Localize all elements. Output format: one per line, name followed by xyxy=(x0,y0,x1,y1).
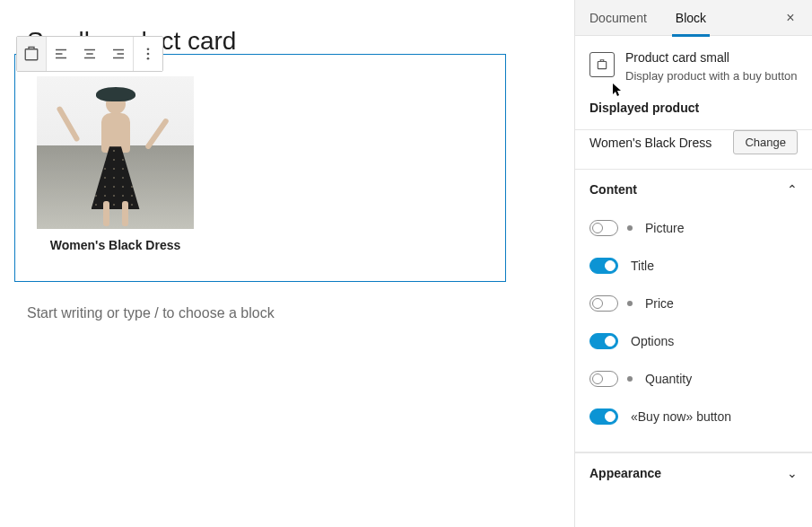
content-section-body: PictureTitlePriceOptionsQuantity«Buy now… xyxy=(575,209,812,452)
align-center-button[interactable] xyxy=(75,37,104,71)
svg-point-12 xyxy=(147,57,150,60)
displayed-product-row: Women's Black Dress Change xyxy=(575,130,812,170)
toggle-row-picture: Picture xyxy=(589,209,798,247)
product-card-icon xyxy=(23,46,39,62)
toggle-label-quantity: Quantity xyxy=(645,372,692,386)
toggle-label-title: Title xyxy=(631,259,654,273)
toggle-quantity[interactable] xyxy=(589,371,618,387)
toggle-label-buy: «Buy now» button xyxy=(631,409,731,424)
mouse-cursor-icon xyxy=(612,83,623,97)
align-right-icon xyxy=(110,46,127,62)
product-card-icon xyxy=(589,52,615,77)
more-options-button[interactable] xyxy=(134,37,162,71)
toggle-row-quantity: Quantity xyxy=(589,360,798,398)
toggle-price[interactable] xyxy=(589,295,618,312)
displayed-product-name: Women's Black Dress xyxy=(589,136,712,150)
svg-rect-0 xyxy=(25,49,38,60)
block-description: Display product with a buy button xyxy=(625,68,798,84)
align-center-icon xyxy=(82,46,98,62)
toggle-label-price: Price xyxy=(645,296,674,311)
toggle-row-buy: «Buy now» button xyxy=(589,398,798,435)
content-section-header[interactable]: Content ⌃ xyxy=(575,170,812,209)
toggle-row-title: Title xyxy=(589,247,798,285)
toggle-off-dot-icon xyxy=(627,301,633,306)
tab-block[interactable]: Block xyxy=(661,0,720,36)
align-left-icon xyxy=(53,46,69,62)
toggle-row-options: Options xyxy=(589,322,798,360)
product-card: Women's Black Dress xyxy=(37,76,194,252)
block-info-panel: Product card small Display product with … xyxy=(575,36,812,130)
align-left-button[interactable] xyxy=(47,37,75,71)
align-right-button[interactable] xyxy=(104,37,133,71)
chevron-up-icon: ⌃ xyxy=(787,182,798,197)
block-toolbar xyxy=(16,36,163,72)
more-vertical-icon xyxy=(140,46,156,62)
toggle-title[interactable] xyxy=(589,258,618,274)
appearance-heading: Appearance xyxy=(589,466,661,480)
toggle-picture[interactable] xyxy=(589,220,618,236)
toggle-label-options: Options xyxy=(631,334,674,348)
svg-rect-13 xyxy=(598,62,606,69)
toggle-buy[interactable] xyxy=(589,408,618,425)
inspector-sidebar: Document Block × Product card small Disp… xyxy=(574,0,812,527)
selected-block[interactable]: Women's Black Dress xyxy=(14,54,506,282)
svg-point-11 xyxy=(147,53,150,56)
product-image xyxy=(37,76,194,229)
chevron-down-icon: ⌄ xyxy=(787,466,798,480)
close-sidebar-button[interactable]: × xyxy=(776,4,805,32)
toggle-label-picture: Picture xyxy=(645,221,685,235)
toggle-off-dot-icon xyxy=(627,225,633,231)
displayed-product-heading: Displayed product xyxy=(589,101,798,115)
change-product-button[interactable]: Change xyxy=(733,130,798,154)
new-block-prompt[interactable]: Start writing or type / to choose a bloc… xyxy=(27,305,547,321)
block-type-button[interactable] xyxy=(17,37,46,71)
svg-point-10 xyxy=(147,48,150,50)
appearance-section-header[interactable]: Appearance ⌄ xyxy=(575,452,812,493)
toggle-row-price: Price xyxy=(589,285,798,322)
tab-document[interactable]: Document xyxy=(575,0,661,36)
editor-canvas: Small product card xyxy=(0,0,574,527)
content-heading: Content xyxy=(589,182,637,197)
toggle-off-dot-icon xyxy=(627,376,633,382)
product-title: Women's Black Dress xyxy=(37,229,194,252)
toggle-options[interactable] xyxy=(589,333,618,349)
sidebar-tabs: Document Block × xyxy=(575,0,812,36)
block-name: Product card small xyxy=(625,50,798,65)
